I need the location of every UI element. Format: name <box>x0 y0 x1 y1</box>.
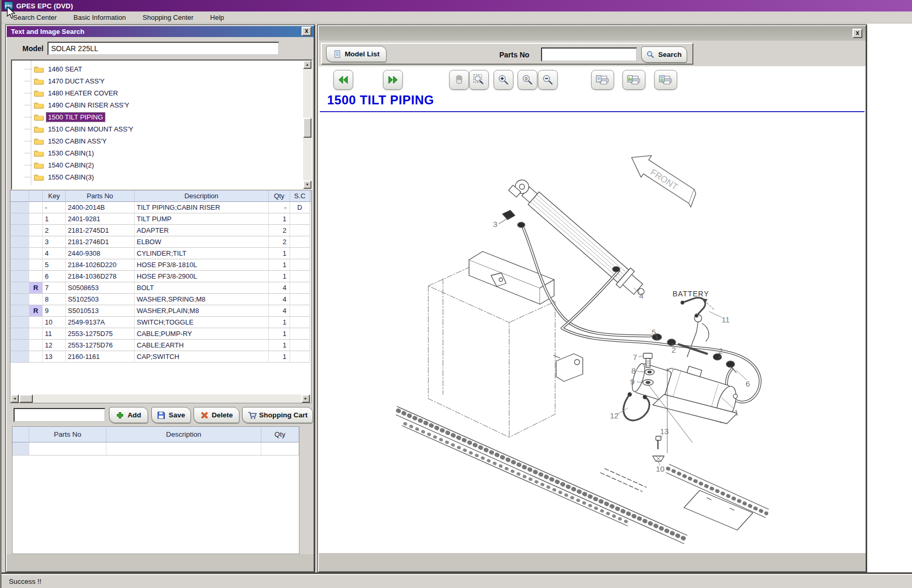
part-label[interactable]: 3 <box>493 220 497 229</box>
print-mix-button[interactable] <box>654 70 677 90</box>
magnifier-rect-icon <box>473 74 485 86</box>
menu-basic-information[interactable]: Basic Information <box>65 12 134 23</box>
row-selector-cell <box>10 282 29 294</box>
part-label[interactable]: 2 <box>718 346 723 355</box>
part-label[interactable]: 10 <box>656 464 665 473</box>
scroll-up-icon[interactable]: ▲ <box>303 61 311 69</box>
table-row[interactable]: 5 2184-1026D220 HOSE PF3/8-1810L 1 <box>10 259 311 271</box>
table-horizontal-scrollbar[interactable]: ◄ ► <box>10 394 311 403</box>
table-row[interactable]: R 9 S5010513 WASHER,PLAIN;M8 4 <box>10 305 311 317</box>
part-label[interactable]: 7 <box>633 353 637 362</box>
viewer-titlebar[interactable] <box>319 26 866 41</box>
tree-scrollbar-thumb[interactable] <box>303 118 311 138</box>
tree-item[interactable]: 1540 CABIN(2) <box>25 160 95 170</box>
next-page-button[interactable] <box>383 70 403 90</box>
printer-mixed-icon <box>659 74 673 86</box>
part-entry-input[interactable] <box>14 408 105 422</box>
status-text: Success !! <box>9 578 41 585</box>
part-label[interactable]: 9 <box>630 377 634 386</box>
save-button[interactable]: Save <box>151 407 191 423</box>
part-label[interactable]: 2 <box>671 345 676 354</box>
part-label[interactable]: 5 <box>652 328 656 337</box>
add-button[interactable]: Add <box>109 407 148 423</box>
part-label[interactable]: 13 <box>660 427 669 436</box>
print-list-button[interactable] <box>591 70 614 90</box>
tree-item[interactable]: 1500 TILT PIPING <box>25 112 105 122</box>
tree-item[interactable]: 1530 CABIN(1) <box>25 148 95 158</box>
tree-scrollbar[interactable]: ▲ ▼ <box>303 61 311 189</box>
search-button[interactable]: Search <box>641 46 687 63</box>
print-image-button[interactable] <box>622 70 645 90</box>
parts-group-tree[interactable]: 1460 SEAT1470 DUCT ASS'Y1480 HEATER COVE… <box>11 59 313 190</box>
tree-stub <box>25 81 31 81</box>
diagram-canvas[interactable]: FRONT <box>319 113 866 553</box>
table-row[interactable]: R 7 S0508653 BOLT 4 <box>10 282 311 294</box>
menu-help[interactable]: Help <box>202 12 233 23</box>
table-row[interactable]: 13 2160-1161 CAP;SWITCH 1 <box>10 351 311 363</box>
tree-item[interactable]: 1520 CABIN ASS'Y <box>25 136 108 146</box>
tree-item[interactable]: 1510 CABIN MOUNT ASS'Y <box>25 124 135 134</box>
shopping-cart-button[interactable]: Shopping Cart <box>242 407 313 423</box>
zoom-in-button[interactable] <box>494 70 513 90</box>
tree-item-label: 1460 SEAT <box>46 65 84 74</box>
part-label[interactable]: 6 <box>746 379 750 388</box>
tree-item[interactable]: 1470 DUCT ASS'Y <box>25 76 106 86</box>
part-label[interactable]: 12 <box>610 411 619 420</box>
scroll-right-icon[interactable]: ► <box>302 394 310 403</box>
zoom-reset-button[interactable]: 0 <box>518 70 537 90</box>
folder-icon <box>34 137 44 145</box>
folder-icon <box>34 173 44 181</box>
cart-empty-row[interactable] <box>13 442 299 455</box>
row-selector-cell <box>10 294 29 305</box>
folder-icon <box>34 65 44 73</box>
tree-item[interactable]: 1490 CABIN RISER ASS'Y <box>25 100 131 110</box>
delete-button[interactable]: Delete <box>194 407 239 423</box>
folder-icon <box>34 89 44 97</box>
model-input[interactable] <box>47 42 279 55</box>
table-row[interactable]: 1 2401-9281 TILT PUMP 1 <box>10 213 311 225</box>
tree-stub <box>25 69 31 69</box>
r-marker-cell <box>29 225 43 236</box>
table-row[interactable]: 8 S5102503 WASHER,SPRING;M8 4 <box>10 294 311 305</box>
left-panel-header[interactable]: Text and Image Search <box>7 26 314 37</box>
table-row[interactable]: 3 2181-2746D1 ELBOW 2 <box>10 236 311 248</box>
zoom-out-button[interactable] <box>538 70 558 90</box>
tree-item[interactable]: 1480 HEATER COVER <box>25 88 119 98</box>
double-arrow-left-icon <box>338 76 349 84</box>
sc-cell: D <box>290 202 310 213</box>
model-label: Model <box>22 44 43 53</box>
tree-item[interactable]: 1460 SEAT <box>25 64 84 74</box>
part-label[interactable]: 11 <box>722 315 730 324</box>
key-cell: 3 <box>43 236 66 248</box>
table-row[interactable]: 11 2553-1275D75 CABLE;PUMP-RY 1 <box>10 328 311 340</box>
adapter-fitting <box>518 222 525 227</box>
cart-col-description: Description <box>106 427 261 442</box>
left-panel-close-icon[interactable]: x <box>302 27 311 36</box>
part-label[interactable]: 1 <box>734 408 738 417</box>
table-row[interactable]: 12 2553-1275D76 CABLE;EARTH 1 <box>10 340 311 351</box>
scroll-left-icon[interactable]: ◄ <box>10 394 19 403</box>
parts-no-cell: 2400-2014B <box>66 202 135 213</box>
parts-no-input[interactable] <box>541 47 637 62</box>
table-row[interactable]: 2 2181-2745D1 ADAPTER 2 <box>10 225 311 236</box>
viewer-close-icon[interactable]: x <box>853 29 862 38</box>
pan-tool-button[interactable] <box>449 70 469 90</box>
r-marker-cell: R <box>29 305 43 317</box>
qty-cell: 1 <box>269 248 290 259</box>
part-label[interactable]: 8 <box>631 366 635 375</box>
table-row[interactable]: 4 2440-9308 CYLINDER;TILT 1 <box>10 248 311 259</box>
figure-title: 1500 TILT PIPING <box>327 93 434 107</box>
table-row[interactable]: 10 2549-9137A SWITCH;TOGGLE 1 <box>10 317 311 328</box>
tree-item[interactable]: 1550 CABIN(3) <box>25 172 95 182</box>
scroll-down-icon[interactable]: ▼ <box>303 181 311 189</box>
table-row[interactable]: - 2400-2014B TILT PIPING;CABIN RISER - D <box>10 202 311 213</box>
hscrollbar-thumb[interactable] <box>19 394 33 403</box>
part-label[interactable]: 4 <box>639 291 643 300</box>
zoom-select-button[interactable] <box>469 70 489 90</box>
prev-page-button[interactable] <box>333 70 353 90</box>
menu-shopping-center[interactable]: Shopping Center <box>134 12 202 23</box>
model-list-button[interactable]: Model List <box>326 46 387 62</box>
table-row[interactable]: 6 2184-1036D278 HOSE PF3/8-2900L 1 <box>10 271 311 282</box>
title-bar[interactable]: EPC GPES EPC (DVD) <box>2 0 912 11</box>
qty-cell: 4 <box>269 305 290 317</box>
